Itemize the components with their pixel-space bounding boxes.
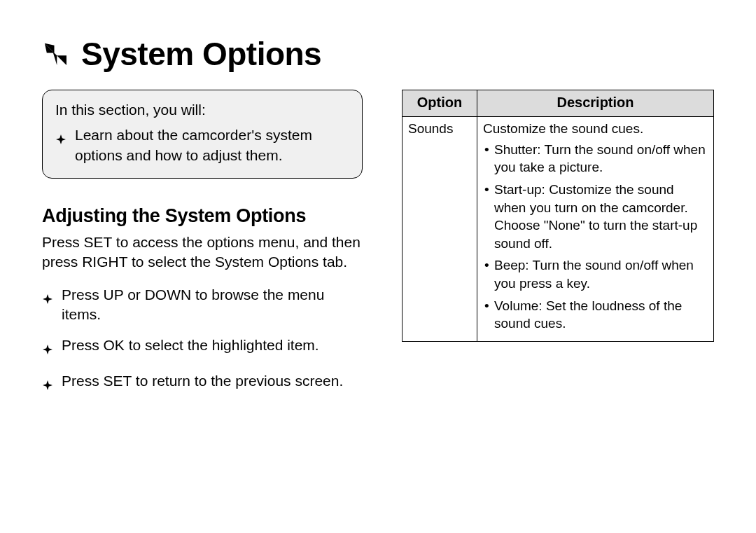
instruction-list: Press UP or DOWN to browse the menu item… [42, 285, 363, 395]
diamond-bullet-icon [42, 375, 53, 395]
table-header-row: Option Description [402, 90, 714, 117]
description-bullet: Volume: Set the loudness of the sound cu… [483, 297, 708, 333]
section-heading: Adjusting the System Options [42, 205, 363, 227]
page-title: System Options [81, 35, 321, 73]
arrow-down-right-icon [42, 41, 69, 67]
diamond-bullet-icon [42, 289, 53, 325]
table-row: Sounds Customize the sound cues. Shutter… [402, 117, 714, 342]
instruction-text: Press SET to return to the previous scre… [62, 371, 343, 395]
cell-option: Sounds [402, 117, 477, 342]
svg-marker-15 [43, 294, 52, 304]
instruction-item: Press OK to select the highlighted item. [42, 335, 363, 359]
intro-text: Press SET to access the options menu, an… [42, 233, 363, 272]
left-column: In this section, you will: Learn about t… [42, 90, 363, 406]
description-bullet: Shutter: Turn the sound on/off when you … [483, 141, 708, 176]
description-bullets: Shutter: Turn the sound on/off when you … [483, 141, 708, 333]
svg-marker-17 [43, 380, 52, 390]
diamond-bullet-icon [42, 340, 53, 359]
title-row: System Options [42, 35, 714, 73]
callout-item-text: Learn about the camcorder's system optio… [75, 125, 349, 165]
instruction-item: Press SET to return to the previous scre… [42, 371, 363, 395]
header-option: Option [402, 90, 477, 117]
right-column: Option Description Sounds Customize the … [402, 90, 714, 406]
instruction-text: Press OK to select the highlighted item. [62, 335, 319, 359]
instruction-text: Press UP or DOWN to browse the menu item… [62, 285, 363, 325]
page: System Options In this section, you will… [0, 0, 756, 406]
diamond-bullet-icon [55, 130, 66, 165]
options-table: Option Description Sounds Customize the … [402, 90, 714, 342]
description-lead: Customize the sound cues. [483, 120, 708, 138]
cell-description: Customize the sound cues. Shutter: Turn … [477, 117, 714, 342]
svg-marker-14 [56, 134, 66, 144]
description-bullet: Start-up: Customize the sound when you t… [483, 181, 708, 253]
instruction-item: Press UP or DOWN to browse the menu item… [42, 285, 363, 325]
header-description: Description [477, 90, 714, 117]
svg-marker-16 [43, 345, 52, 354]
callout-item: Learn about the camcorder's system optio… [55, 125, 349, 165]
callout-lead: In this section, you will: [55, 100, 349, 120]
section-callout: In this section, you will: Learn about t… [42, 90, 363, 179]
columns: In this section, you will: Learn about t… [42, 90, 714, 406]
description-bullet: Beep: Turn the sound on/off when you pre… [483, 256, 708, 292]
